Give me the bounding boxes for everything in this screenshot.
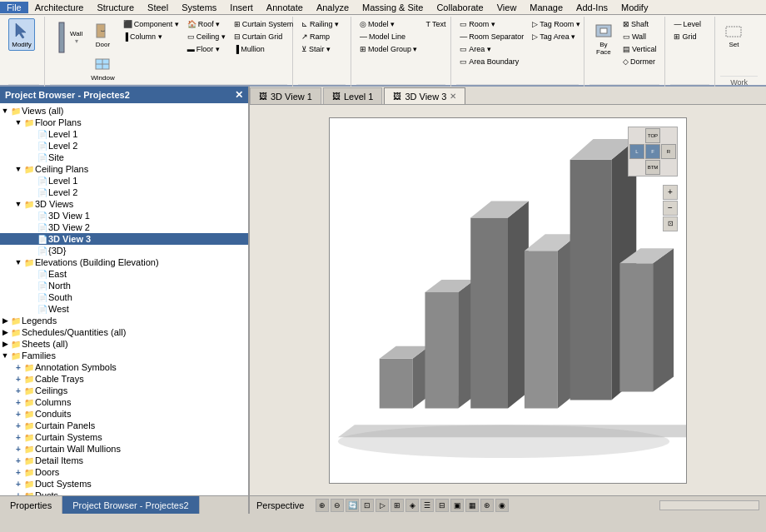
tree-item-north[interactable]: 📄North — [0, 280, 248, 291]
tree-item-duct_systems[interactable]: +📁Duct Systems — [0, 478, 248, 490]
level-button[interactable]: — Level — [670, 18, 704, 30]
ceiling-button[interactable]: ▭ Ceiling ▾ — [184, 31, 229, 42]
wall-opening-button[interactable]: ▭ Wall — [619, 31, 660, 42]
tree-item-doors[interactable]: +📁Doors — [0, 466, 248, 478]
status-icon-7[interactable]: ◈ — [405, 499, 419, 512]
menu-structure[interactable]: Structure — [90, 2, 141, 13]
menu-view[interactable]: View — [490, 2, 524, 13]
status-icon-11[interactable]: ▦ — [465, 499, 479, 512]
zoom-in-button[interactable]: + — [663, 185, 678, 200]
tree-item-conduits[interactable]: +📁Conduits — [0, 408, 248, 420]
nav-cube-top[interactable]: TOP — [645, 128, 660, 143]
wall-dropdown[interactable]: ▾ — [70, 37, 82, 45]
roof-button[interactable]: 🏠 Roof ▾ — [184, 18, 229, 30]
window-button[interactable]: Window — [87, 52, 117, 84]
tree-item-level2_fp[interactable]: 📄Level 2 — [0, 140, 248, 152]
curtain-system-button[interactable]: ⊞ Curtain System — [231, 18, 297, 30]
tree-item-west[interactable]: 📄West — [0, 303, 248, 315]
menu-analyze[interactable]: Analyze — [310, 2, 356, 13]
tree-item-annotation_symbols[interactable]: +📁Annotation Symbols — [0, 361, 248, 373]
menu-architecture[interactable]: Architecture — [28, 2, 91, 13]
status-icon-5[interactable]: ▷ — [376, 499, 389, 512]
tree-item-site_fp[interactable]: 📄Site — [0, 152, 248, 163]
by-face-button[interactable]: By Face — [589, 18, 618, 58]
area-button[interactable]: ▭ Area ▾ — [456, 43, 527, 55]
menu-steel[interactable]: Steel — [141, 2, 175, 13]
status-icon-1[interactable]: ⊕ — [316, 499, 329, 512]
view-tab-3dview1[interactable]: 🖼3D View 1 — [250, 87, 321, 104]
wall-button[interactable]: Wall ▾ — [50, 18, 86, 57]
tree-item-3d_views[interactable]: ▼📁3D Views — [0, 198, 248, 210]
room-button[interactable]: ▭ Room ▾ — [456, 18, 527, 30]
tree-item-detail_items[interactable]: +📁Detail Items — [0, 455, 248, 466]
menu-massing[interactable]: Massing & Site — [356, 2, 430, 13]
tree-item-schedules[interactable]: ▶📁Schedules/Quantities (all) — [0, 326, 248, 338]
nav-cube-right[interactable]: R — [661, 144, 676, 159]
menu-modify[interactable]: Modify — [614, 2, 654, 13]
model-button[interactable]: ◎ Model ▾ — [356, 18, 421, 30]
tree-item-legends[interactable]: ▶📁Legends — [0, 315, 248, 326]
zoom-fit-button[interactable]: ⊡ — [663, 216, 678, 231]
tree-item-floor_plans[interactable]: ▼📁Floor Plans — [0, 117, 248, 128]
status-icon-12[interactable]: ⊛ — [480, 499, 494, 512]
nav-cube-front[interactable]: F — [645, 144, 660, 159]
tree-item-3d_paren[interactable]: 📄{3D} — [0, 245, 248, 256]
tree-item-3dview3[interactable]: 📄3D View 3 — [0, 233, 248, 245]
menu-insert[interactable]: Insert — [223, 2, 260, 13]
tree-item-sheets[interactable]: ▶📁Sheets (all) — [0, 338, 248, 350]
tab-close-3dview3[interactable]: ✕ — [450, 92, 456, 101]
nav-cube-bottom[interactable]: BTM — [645, 160, 660, 175]
text-button[interactable]: T Text — [422, 18, 449, 30]
tree-item-views_all[interactable]: ▼📁Views (all) — [0, 105, 248, 117]
tree-item-level1_cp[interactable]: 📄Level 1 — [0, 175, 248, 186]
column-button[interactable]: ▐ Column ▾ — [120, 31, 182, 42]
properties-tab[interactable]: Properties — [0, 496, 62, 514]
status-icon-8[interactable]: ☰ — [420, 499, 434, 512]
set-button[interactable]: Set — [720, 18, 747, 51]
panel-close-button[interactable]: ✕ — [235, 89, 243, 101]
mullion-button[interactable]: ▐ Mullion — [231, 43, 297, 55]
status-icon-13[interactable]: ◉ — [495, 499, 509, 512]
zoom-out-button[interactable]: − — [663, 201, 678, 216]
nav-cube-left[interactable]: L — [629, 144, 644, 159]
project-browser-tab[interactable]: Project Browser - Projectes2 — [62, 496, 199, 514]
tree-item-ducts[interactable]: +📁Ducts — [0, 490, 248, 495]
status-icon-2[interactable]: ⊖ — [331, 499, 344, 512]
tree-item-elevations[interactable]: ▼📁Elevations (Building Elevation) — [0, 256, 248, 268]
status-icon-9[interactable]: ⊟ — [435, 499, 449, 512]
menu-addins[interactable]: Add-Ins — [570, 2, 614, 13]
viewport[interactable]: TOP L F R BTM + — [250, 105, 766, 495]
status-icon-10[interactable]: ▣ — [450, 499, 464, 512]
tree-item-3dview1[interactable]: 📄3D View 1 — [0, 210, 248, 221]
tree-item-level2_cp[interactable]: 📄Level 2 — [0, 186, 248, 198]
view-tab-3dview3[interactable]: 🖼3D View 3✕ — [384, 87, 465, 104]
menu-collaborate[interactable]: Collaborate — [430, 2, 490, 13]
area-boundary-button[interactable]: ▭ Area Boundary — [456, 56, 527, 67]
tree-item-ceilings[interactable]: +📁Ceilings — [0, 385, 248, 396]
tree-item-ceiling_plans[interactable]: ▼📁Ceiling Plans — [0, 163, 248, 175]
tree-item-families[interactable]: ▼📁Families — [0, 350, 248, 361]
view-tab-level1[interactable]: 🖼Level 1 — [323, 87, 382, 104]
tree-item-south[interactable]: 📄South — [0, 291, 248, 303]
model-group-button[interactable]: ⊞ Model Group ▾ — [356, 43, 421, 55]
nav-cube[interactable]: TOP L F R BTM — [628, 127, 678, 177]
ramp-button[interactable]: ↗ Ramp — [298, 31, 342, 42]
room-separator-button[interactable]: — Room Separator — [456, 31, 527, 42]
model-line-button[interactable]: — Model Line — [356, 31, 421, 42]
door-button[interactable]: Door — [87, 18, 117, 51]
tree-item-east[interactable]: 📄East — [0, 268, 248, 280]
menu-annotate[interactable]: Annotate — [260, 2, 310, 13]
vertical-button[interactable]: ▤ Vertical — [619, 43, 660, 55]
stair-button[interactable]: ⊻ Stair ▾ — [298, 43, 342, 55]
component-button[interactable]: ⬛ Component ▾ — [120, 18, 182, 30]
railing-button[interactable]: ⊾ Railing ▾ — [298, 18, 342, 30]
status-icon-4[interactable]: ⊡ — [361, 499, 374, 512]
tree-item-3dview2[interactable]: 📄3D View 2 — [0, 221, 248, 233]
modify-button[interactable]: Modify — [8, 18, 35, 51]
menu-manage[interactable]: Manage — [523, 2, 570, 13]
floor-button[interactable]: ▬ Floor ▾ — [184, 43, 229, 55]
tag-room-button[interactable]: ▷ Tag Room ▾ — [529, 18, 584, 30]
tree-item-level1_fp[interactable]: 📄Level 1 — [0, 128, 248, 140]
status-icon-3[interactable]: 🔄 — [346, 499, 359, 512]
menu-file[interactable]: File — [0, 2, 28, 13]
